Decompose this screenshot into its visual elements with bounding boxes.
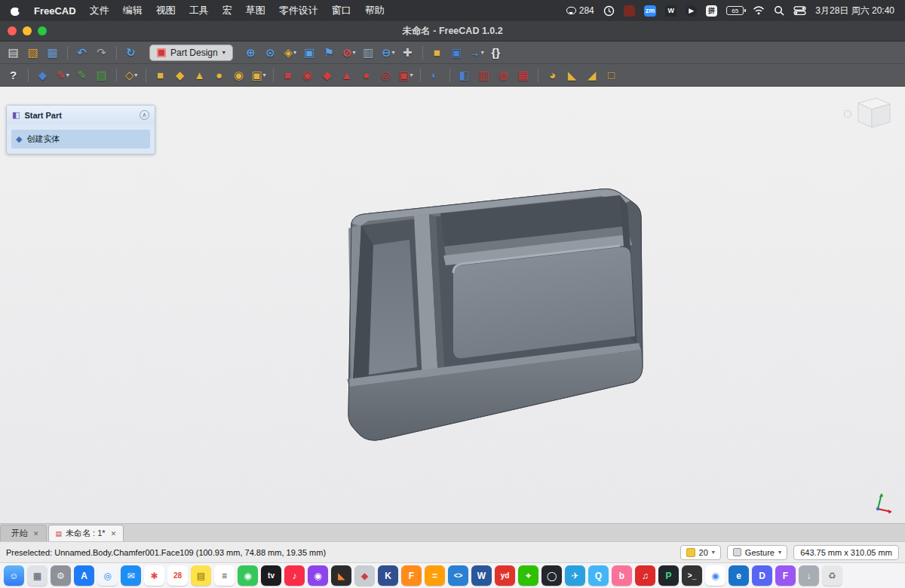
isometric-view-icon[interactable]: ◈▾ (281, 44, 299, 62)
subtractive-pipe-icon[interactable]: ● (357, 66, 376, 84)
dock-edge-icon[interactable]: e (729, 565, 749, 586)
new-file-icon[interactable]: ▤ (5, 44, 23, 62)
multitransform-icon[interactable]: ▦ (514, 66, 532, 84)
dock-wechat-icon[interactable]: ✦ (518, 565, 538, 586)
create-body-icon[interactable]: ◆ (34, 66, 52, 84)
collapse-icon[interactable]: ∧ (140, 110, 149, 120)
navigation-cube[interactable] (840, 91, 896, 139)
dock-podcasts-icon[interactable]: ◉ (308, 565, 328, 586)
linear-pattern-icon[interactable]: ▥ (475, 66, 493, 84)
dock-kicad-icon[interactable]: K (378, 565, 398, 586)
scale-combobox[interactable]: 20 ▾ (680, 545, 721, 560)
additive-helix-icon[interactable]: ◉ (230, 66, 248, 84)
spotlight-search-icon[interactable] (774, 5, 784, 16)
group-icon[interactable]: ▣ (448, 44, 466, 62)
subtractive-loft-icon[interactable]: ▲ (338, 66, 356, 84)
open-folder-icon[interactable]: ▧ (24, 44, 42, 62)
additive-primitive-icon[interactable]: ▣▾ (250, 66, 268, 84)
thickness-icon[interactable]: □ (603, 66, 621, 84)
subtractive-helix-icon[interactable]: ◎ (377, 66, 395, 84)
control-center-icon[interactable] (793, 6, 806, 15)
tab-close-icon[interactable]: ✕ (111, 530, 117, 537)
macro-braces-icon[interactable]: {} (487, 44, 505, 62)
menu-item[interactable]: 文件 (90, 4, 109, 17)
draw-style-icon[interactable]: ⊘▾ (340, 44, 358, 62)
polar-pattern-icon[interactable]: ◍ (495, 66, 513, 84)
chamfer-icon[interactable]: ◣ (563, 66, 581, 84)
dock-freecad-icon[interactable]: ◆ (354, 565, 375, 586)
3d-viewport[interactable]: ◧ Start Part ∧ ◆ 创建实体 (0, 87, 905, 523)
dock-appletv-icon[interactable]: tv (261, 565, 281, 586)
pad-icon[interactable]: ■ (152, 66, 170, 84)
dock-trash-icon[interactable]: ♻ (822, 565, 842, 586)
menu-item[interactable]: 草图 (246, 4, 265, 17)
dock-bilibili-icon[interactable]: b (612, 565, 632, 586)
groove-icon[interactable]: ◆ (318, 66, 336, 84)
menu-item[interactable]: 视图 (156, 4, 176, 17)
menu-item[interactable]: 宏 (222, 4, 232, 17)
menu-item[interactable]: 零件设计 (279, 4, 318, 17)
draft-icon[interactable]: ◢ (583, 66, 601, 84)
subtractive-primitive-icon[interactable]: ▣▾ (397, 66, 415, 84)
create-solid-item[interactable]: ◆ 创建实体 (11, 130, 150, 149)
workbench-selector[interactable]: Part Design ▾ (149, 44, 233, 61)
edit-sketch-icon[interactable]: ✎ (73, 66, 91, 84)
battery-indicator[interactable]: 65 (726, 6, 744, 15)
menu-item[interactable]: 帮助 (365, 4, 385, 17)
dock-launchpad-icon[interactable]: ▦ (27, 565, 48, 586)
additive-pipe-icon[interactable]: ● (210, 66, 229, 84)
menu-item[interactable]: 窗口 (332, 4, 351, 17)
dock-facetime-icon[interactable]: ◉ (238, 565, 258, 586)
chat-badge[interactable]: 284 (566, 5, 594, 16)
whatsthis-icon[interactable]: ? (5, 66, 23, 84)
hole-icon[interactable]: ◉ (299, 66, 317, 84)
revolution-icon[interactable]: ◆ (171, 66, 189, 84)
storage-box-model[interactable] (347, 189, 643, 441)
navcube-rotate-button[interactable] (845, 111, 851, 118)
sync-view-icon[interactable]: ⚑ (321, 44, 339, 62)
dock-figma-icon[interactable]: F (775, 565, 796, 586)
refresh-icon[interactable]: ↻ (122, 44, 140, 62)
fit-selection-icon[interactable]: ⊙ (262, 44, 280, 62)
dock-appstore-icon[interactable]: A (74, 565, 94, 586)
dock-finder-icon[interactable]: ☺ (4, 565, 24, 586)
clock-icon[interactable] (603, 5, 615, 17)
dock-blender-icon[interactable]: ◣ (331, 565, 351, 586)
dock-pycharm-icon[interactable]: P (658, 565, 679, 586)
zoom-app-badge[interactable]: zm (644, 5, 657, 17)
zoom-out-icon[interactable]: ⊖▾ (379, 44, 397, 62)
task-panel-header[interactable]: ◧ Start Part ∧ (7, 106, 155, 124)
tab-start[interactable]: 开始 ✕ (0, 525, 47, 541)
undo-icon[interactable]: ↶ (73, 44, 91, 62)
menu-item[interactable]: 编辑 (123, 4, 143, 17)
dock-discord-icon[interactable]: D (752, 565, 772, 586)
menubar-datetime[interactable]: 3月28日 周六 20:40 (815, 5, 894, 17)
dock-downloads-icon[interactable]: ↓ (799, 565, 819, 586)
app-badge-red[interactable] (624, 5, 635, 17)
dock-mail-icon[interactable]: ✉ (121, 565, 141, 586)
dock-photos-icon[interactable]: ✱ (144, 565, 164, 586)
dock-music-icon[interactable]: ♪ (284, 565, 305, 586)
map-sketch-icon[interactable]: ▨ (93, 66, 111, 84)
dock-telegram-icon[interactable]: ✈ (565, 565, 585, 586)
pocket-icon[interactable]: ■ (279, 66, 297, 84)
dock-youdao-icon[interactable]: yd (495, 565, 515, 586)
zoom-window-button[interactable] (38, 26, 47, 35)
part-icon[interactable]: ■ (428, 44, 446, 62)
dock-terminal-icon[interactable]: >_ (682, 565, 702, 586)
dock-calculator-icon[interactable]: = (425, 565, 445, 586)
create-datum-icon[interactable]: ◇▾ (122, 66, 140, 84)
fit-all-icon[interactable]: ⊕ (242, 44, 260, 62)
redo-icon[interactable]: ↷ (93, 44, 111, 62)
dock-obs-icon[interactable]: ◯ (541, 565, 562, 586)
save-icon[interactable]: ▦ (44, 44, 62, 62)
tab-close-icon[interactable]: ✕ (33, 530, 39, 537)
model-left-compartment-floor[interactable] (369, 240, 417, 375)
measure-icon[interactable]: ✚ (399, 44, 417, 62)
dock-word-icon[interactable]: W (471, 565, 492, 586)
clip-plane-icon[interactable]: ▥ (360, 44, 378, 62)
apple-menu-icon[interactable] (11, 5, 20, 16)
dock-reminders-icon[interactable]: ≡ (214, 565, 235, 586)
word-app-badge[interactable]: W (665, 5, 676, 17)
menu-item[interactable]: 工具 (189, 4, 209, 17)
